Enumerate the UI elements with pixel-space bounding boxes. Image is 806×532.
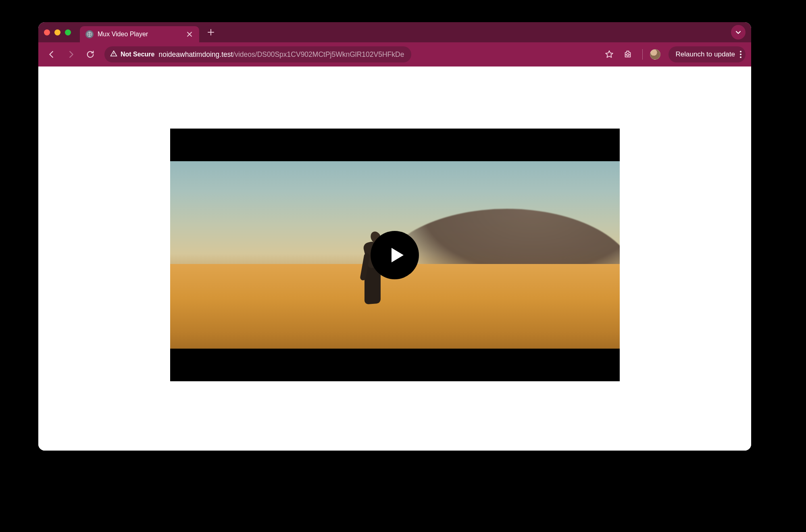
new-tab-button[interactable] <box>204 25 218 39</box>
toolbar-separator <box>642 49 643 60</box>
browser-window: Mux Video Player Not Secu <box>38 22 751 451</box>
relaunch-label: Relaunch to update <box>676 50 735 58</box>
tab-strip: Mux Video Player <box>38 22 751 42</box>
back-button[interactable] <box>44 47 59 62</box>
play-icon <box>387 245 406 265</box>
browser-tab[interactable]: Mux Video Player <box>80 26 199 42</box>
window-minimize-button[interactable] <box>54 29 60 35</box>
extensions-button[interactable] <box>621 47 635 62</box>
tab-search-button[interactable] <box>731 25 746 39</box>
bookmark-button[interactable] <box>602 47 616 62</box>
profile-avatar[interactable] <box>650 49 660 60</box>
reload-button[interactable] <box>83 47 98 62</box>
page-content <box>38 66 751 451</box>
tab-title: Mux Video Player <box>98 31 148 38</box>
more-icon <box>740 51 741 58</box>
url-text: noideawhatimdoing.test/videos/DS00Spx1CV… <box>158 50 404 59</box>
window-controls <box>44 29 71 35</box>
play-button[interactable] <box>371 231 419 279</box>
relaunch-button[interactable]: Relaunch to update <box>669 46 746 62</box>
warning-icon <box>110 50 117 59</box>
globe-icon <box>85 30 94 38</box>
security-label: Not Secure <box>121 51 154 58</box>
window-maximize-button[interactable] <box>65 29 71 35</box>
window-close-button[interactable] <box>44 29 50 35</box>
url-path: /videos/DS00Spx1CV902MCtPj5WknGlR102V5HF… <box>233 50 404 59</box>
url-host: noideawhatimdoing.test <box>158 50 233 59</box>
close-tab-button[interactable] <box>185 30 194 38</box>
forward-button[interactable] <box>63 47 79 62</box>
address-bar[interactable]: Not Secure noideawhatimdoing.test/videos… <box>104 46 411 62</box>
security-badge[interactable]: Not Secure <box>110 50 154 59</box>
browser-toolbar: Not Secure noideawhatimdoing.test/videos… <box>38 42 751 66</box>
video-player[interactable] <box>170 129 620 381</box>
svg-point-2 <box>114 55 114 55</box>
